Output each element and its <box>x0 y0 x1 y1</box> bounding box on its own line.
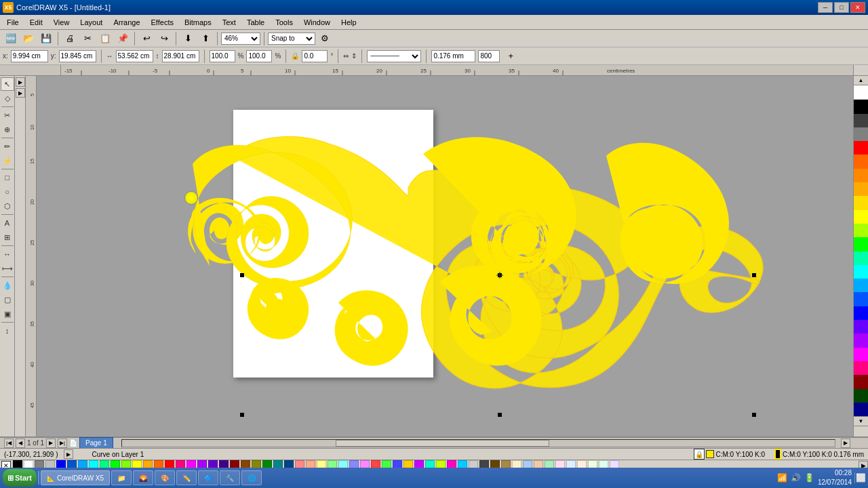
status-arrow-btn[interactable]: ▶ <box>64 449 73 459</box>
color-black[interactable] <box>854 100 868 113</box>
tool-zoom[interactable]: ⊕ <box>1 123 14 136</box>
tool-fill[interactable]: ▣ <box>1 307 14 321</box>
close-button[interactable]: ✕ <box>850 2 865 13</box>
sub-tool-1[interactable]: ▶ <box>16 77 25 87</box>
export-button[interactable]: ⬆ <box>197 31 214 46</box>
page-nav-last[interactable]: ▶| <box>58 439 67 448</box>
snap-to-select[interactable]: Snap to Snap to Grid Snap to Guides <box>268 33 315 45</box>
tool-select[interactable]: ↖ <box>1 77 14 91</box>
apply-button[interactable]: + <box>502 49 519 64</box>
page-nav-first[interactable]: |◀ <box>4 439 14 448</box>
taskbar-item-photoshop[interactable]: 🎨 <box>155 470 175 485</box>
print-button[interactable]: 🖨 <box>62 31 78 46</box>
options-button[interactable]: ⚙ <box>317 31 333 46</box>
color-blue-light[interactable] <box>854 292 868 306</box>
canvas-svg[interactable] <box>37 76 853 436</box>
taskbar-item-coreldraw[interactable]: 📐 CorelDRAW X5 <box>41 470 110 485</box>
taskbar-item-browser[interactable]: 🌐 <box>241 470 262 485</box>
color-pink[interactable] <box>854 361 868 375</box>
fill-color-box[interactable] <box>706 450 714 458</box>
color-orange-red[interactable] <box>854 155 868 168</box>
h-scrollbar[interactable] <box>121 439 835 447</box>
color-dark-green[interactable] <box>854 389 868 403</box>
taskbar-item-explorer[interactable]: 📁 <box>111 470 132 485</box>
y-input[interactable] <box>59 50 96 62</box>
menu-help[interactable]: Help <box>336 17 362 28</box>
menu-tools[interactable]: Tools <box>270 17 298 28</box>
angle-input[interactable] <box>302 50 328 62</box>
show-desktop[interactable]: ⬜ <box>854 472 865 483</box>
color-navy[interactable] <box>854 403 868 416</box>
sub-tool-2[interactable]: ▶ <box>16 88 25 98</box>
dpi-input[interactable] <box>478 50 500 62</box>
color-gray[interactable] <box>854 127 868 141</box>
taskbar-item-tool[interactable]: 🔧 <box>220 470 240 485</box>
current-page-tab[interactable]: Page 1 <box>79 437 113 449</box>
color-white[interactable] <box>854 85 868 100</box>
tool-outline[interactable]: ▢ <box>1 293 14 306</box>
menu-view[interactable]: View <box>48 17 75 28</box>
color-sky[interactable] <box>854 279 868 292</box>
window-controls[interactable]: ─ □ ✕ <box>818 2 865 13</box>
scale-h-input[interactable] <box>246 50 272 62</box>
outline-color-box[interactable] <box>774 449 781 460</box>
tool-eyedropper[interactable]: 💧 <box>1 279 14 292</box>
redo-button[interactable]: ↪ <box>156 31 172 46</box>
palette-scroll-down[interactable]: ▼ <box>854 416 868 426</box>
palette-scroll-up[interactable]: ▲ <box>854 76 868 85</box>
menu-table[interactable]: Table <box>241 17 270 28</box>
color-green[interactable] <box>854 237 868 251</box>
color-orange[interactable] <box>854 169 868 182</box>
color-maroon[interactable] <box>854 375 868 388</box>
menu-edit[interactable]: Edit <box>24 17 48 28</box>
import-button[interactable]: ⬇ <box>180 31 196 46</box>
taskbar-item-lightroom[interactable]: 🌄 <box>133 470 153 485</box>
save-button[interactable]: 💾 <box>38 31 54 46</box>
menu-bitmaps[interactable]: Bitmaps <box>179 17 217 28</box>
color-yellow-orange[interactable] <box>854 196 868 209</box>
color-yellow-green[interactable] <box>854 224 868 237</box>
color-red[interactable] <box>854 141 868 155</box>
menu-layout[interactable]: Layout <box>75 17 108 28</box>
copy-button[interactable]: 📋 <box>97 31 113 46</box>
tool-shape[interactable]: ◇ <box>1 92 14 105</box>
menu-arrange[interactable]: Arrange <box>108 17 145 28</box>
canvas-area[interactable] <box>37 76 853 436</box>
start-button[interactable]: ⊞ Start <box>3 469 37 487</box>
taskbar-item-illustrator[interactable]: ✏️ <box>176 470 197 485</box>
menu-text[interactable]: Text <box>217 17 241 28</box>
color-cyan[interactable] <box>854 265 868 279</box>
w-input[interactable] <box>116 50 153 62</box>
color-yellow[interactable] <box>854 210 868 224</box>
page-nav-next[interactable]: ▶ <box>46 439 56 448</box>
color-blue[interactable] <box>854 306 868 320</box>
taskbar-item-coreldraw2[interactable]: 🔷 <box>198 470 218 485</box>
tool-freehand[interactable]: ✏ <box>1 140 14 153</box>
menu-effects[interactable]: Effects <box>146 17 179 28</box>
tool-text[interactable]: A <box>1 216 14 230</box>
tool-table[interactable]: ⊞ <box>1 230 14 244</box>
x-input[interactable] <box>11 50 48 62</box>
paste-button[interactable]: 📌 <box>115 31 131 46</box>
color-indigo[interactable] <box>854 320 868 333</box>
scale-w-input[interactable] <box>210 50 235 62</box>
tool-interact[interactable]: ↕ <box>1 324 14 338</box>
color-amber[interactable] <box>854 182 868 196</box>
tool-smart[interactable]: ⚡ <box>1 154 14 167</box>
line-width-input[interactable] <box>431 50 475 62</box>
scroll-right[interactable]: ▶ <box>841 439 850 448</box>
minimize-button[interactable]: ─ <box>818 2 833 13</box>
undo-button[interactable]: ↩ <box>138 31 155 46</box>
zoom-select[interactable]: 46% 25% 50% 75% 100% <box>221 33 260 45</box>
color-magenta[interactable] <box>854 348 868 361</box>
color-dark-gray[interactable] <box>854 114 868 127</box>
color-violet[interactable] <box>854 333 868 347</box>
new-button[interactable]: 🆕 <box>3 31 19 46</box>
tool-poly[interactable]: ⬡ <box>1 199 14 213</box>
maximize-button[interactable]: □ <box>834 2 849 13</box>
menu-window[interactable]: Window <box>298 17 336 28</box>
tool-ellipse[interactable]: ○ <box>1 185 14 199</box>
tool-dimension[interactable]: ↔ <box>1 247 14 261</box>
color-teal-light[interactable] <box>854 251 868 265</box>
tool-rect[interactable]: □ <box>1 171 14 184</box>
